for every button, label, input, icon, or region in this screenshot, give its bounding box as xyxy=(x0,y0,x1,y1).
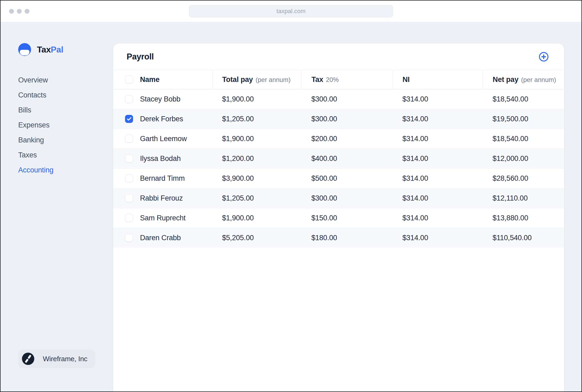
cell-tax: $500.00 xyxy=(302,168,393,188)
sidebar-item-bills[interactable]: Bills xyxy=(18,103,113,118)
payroll-card: Payroll xyxy=(113,43,564,391)
cell-ni: $314.00 xyxy=(393,109,483,129)
browser-toolbar: taxpal.com xyxy=(1,1,581,22)
cell-net-pay: $13,880.00 xyxy=(483,208,564,228)
employee-name: Rabbi Ferouz xyxy=(140,194,183,202)
employee-name: Derek Forbes xyxy=(140,115,183,123)
cell-total-pay: $1,205.00 xyxy=(212,109,301,129)
brand-name-secondary: Pal xyxy=(51,45,63,54)
column-header-name: Name xyxy=(113,70,212,89)
brand-logo: TaxPal xyxy=(18,43,113,56)
employee-name: Sam Ruprecht xyxy=(140,214,186,222)
cell-net-pay: $12,000.00 xyxy=(483,149,564,168)
cell-total-pay: $1,900.00 xyxy=(212,89,301,109)
cell-name: Sam Ruprecht xyxy=(113,208,212,228)
cell-name: Ilyssa Bodah xyxy=(113,149,212,168)
cell-total-pay: $3,900.00 xyxy=(212,168,301,188)
sidebar-item-accounting[interactable]: Accounting xyxy=(18,163,113,178)
column-label: NI xyxy=(403,76,410,84)
sidebar: TaxPal OverviewContactsBillsExpensesBank… xyxy=(1,22,113,391)
cell-name: Derek Forbes xyxy=(113,109,212,129)
table-row: Ilyssa Bodah $1,200.00 $400.00 $314.00 $… xyxy=(113,149,564,168)
sidebar-item-overview[interactable]: Overview xyxy=(18,73,113,88)
column-header-ni: NI xyxy=(393,70,483,89)
sidebar-item-expenses[interactable]: Expenses xyxy=(18,118,113,133)
cell-net-pay: $19,500.00 xyxy=(483,109,564,129)
employee-name: Garth Leemow xyxy=(140,135,187,143)
circle-plus-icon xyxy=(539,52,549,62)
row-checkbox[interactable] xyxy=(125,115,133,123)
column-sublabel: (per annum) xyxy=(256,76,291,83)
cell-total-pay: $1,900.00 xyxy=(212,208,301,228)
add-payroll-button[interactable] xyxy=(538,51,549,62)
row-checkbox[interactable] xyxy=(125,174,133,182)
cell-net-pay: $110,540.00 xyxy=(483,228,564,248)
cell-ni: $314.00 xyxy=(393,149,483,168)
cell-total-pay: $5,205.00 xyxy=(212,228,301,248)
employee-name: Daren Crabb xyxy=(140,234,181,242)
card-header: Payroll xyxy=(113,43,564,70)
employee-name: Ilyssa Bodah xyxy=(140,154,181,163)
wireframe-logo-icon xyxy=(22,353,34,365)
brand-name-primary: Tax xyxy=(37,45,51,54)
cell-net-pay: $12,110.00 xyxy=(483,188,564,208)
taxpal-logo-icon xyxy=(18,43,31,56)
cell-ni: $314.00 xyxy=(393,129,483,149)
sidebar-nav: OverviewContactsBillsExpensesBankingTaxe… xyxy=(18,73,113,178)
browser-window: taxpal.com TaxPal OverviewContactsBillsE… xyxy=(0,0,582,392)
table-row: Derek Forbes $1,205.00 $300.00 $314.00 $… xyxy=(113,109,564,129)
org-switcher[interactable]: Wireframe, Inc xyxy=(18,349,95,368)
cell-net-pay: $18,540.00 xyxy=(483,129,564,149)
cell-name: Stacey Bobb xyxy=(113,89,212,109)
sidebar-item-contacts[interactable]: Contacts xyxy=(18,88,113,103)
table-row: Daren Crabb $5,205.00 $180.00 $314.00 $1… xyxy=(113,228,564,248)
page-title: Payroll xyxy=(127,52,154,62)
employee-name: Bernard Timm xyxy=(140,174,185,183)
cell-name: Rabbi Ferouz xyxy=(113,188,212,208)
table-body: Stacey Bobb $1,900.00 $300.00 $314.00 $1… xyxy=(113,89,564,248)
window-control-dot[interactable] xyxy=(17,9,22,14)
column-sublabel: (per annum) xyxy=(521,76,556,83)
table-row: Rabbi Ferouz $1,205.00 $300.00 $314.00 $… xyxy=(113,188,564,208)
window-control-dot[interactable] xyxy=(25,9,29,14)
column-label: Tax xyxy=(311,76,323,84)
table-row: Garth Leemow $1,900.00 $200.00 $314.00 $… xyxy=(113,129,564,149)
cell-name: Daren Crabb xyxy=(113,228,212,248)
column-header-tax: Tax20% xyxy=(302,70,393,89)
row-checkbox[interactable] xyxy=(125,234,133,242)
row-checkbox[interactable] xyxy=(125,214,133,222)
column-header-net-pay: Net pay(per annum) xyxy=(483,70,564,89)
cell-tax: $400.00 xyxy=(302,149,393,168)
cell-tax: $200.00 xyxy=(302,129,393,149)
cell-total-pay: $1,205.00 xyxy=(212,188,301,208)
row-checkbox[interactable] xyxy=(125,95,133,103)
row-checkbox[interactable] xyxy=(125,135,133,143)
cell-tax: $180.00 xyxy=(302,228,393,248)
cell-tax: $300.00 xyxy=(302,188,393,208)
row-checkbox[interactable] xyxy=(125,154,133,163)
sidebar-item-taxes[interactable]: Taxes xyxy=(18,148,113,163)
window-control-dot[interactable] xyxy=(9,9,14,14)
cell-ni: $314.00 xyxy=(393,228,483,248)
cell-tax: $300.00 xyxy=(302,109,393,129)
app-shell: TaxPal OverviewContactsBillsExpensesBank… xyxy=(1,22,581,391)
column-sublabel: 20% xyxy=(326,76,339,83)
cell-name: Bernard Timm xyxy=(113,168,212,188)
brand-name: TaxPal xyxy=(37,45,63,55)
column-label: Name xyxy=(140,76,160,84)
cell-total-pay: $1,900.00 xyxy=(212,129,301,149)
sidebar-item-banking[interactable]: Banking xyxy=(18,133,113,148)
table-header: Name Total pay(per annum) Tax20% NI Net … xyxy=(113,70,564,89)
cell-total-pay: $1,200.00 xyxy=(212,149,301,168)
select-all-checkbox[interactable] xyxy=(125,76,133,84)
payroll-table: Name Total pay(per annum) Tax20% NI Net … xyxy=(113,70,564,248)
column-label: Total pay xyxy=(222,76,253,84)
address-bar[interactable]: taxpal.com xyxy=(189,5,393,17)
cell-ni: $314.00 xyxy=(393,168,483,188)
main-content: Payroll xyxy=(113,22,581,391)
org-name: Wireframe, Inc xyxy=(43,355,87,363)
cell-ni: $314.00 xyxy=(393,188,483,208)
cell-ni: $314.00 xyxy=(393,89,483,109)
window-controls xyxy=(9,9,29,14)
row-checkbox[interactable] xyxy=(125,194,133,202)
